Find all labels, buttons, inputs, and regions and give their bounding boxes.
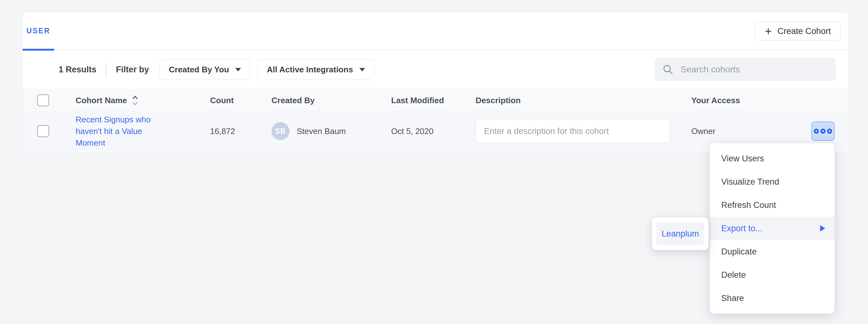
- created-by-name: Steven Baum: [297, 127, 346, 136]
- more-options-icon: [820, 129, 826, 134]
- menu-item-share[interactable]: Share: [710, 287, 835, 310]
- divider: [106, 62, 106, 77]
- created-by-dropdown[interactable]: Created By You: [160, 59, 250, 80]
- cohort-name-link[interactable]: Recent Signups who haven't hit a Value M…: [75, 114, 151, 149]
- description-input[interactable]: [475, 119, 670, 143]
- cohort-count: 16,872: [210, 127, 235, 136]
- column-header-created-by: Created By: [272, 96, 315, 105]
- tab-user[interactable]: USER: [23, 12, 54, 49]
- integrations-dropdown-label: All Active Integrations: [267, 65, 353, 75]
- results-count: 1 Results: [59, 65, 96, 75]
- tab-bar: USER + Create Cohort: [23, 12, 848, 50]
- filter-bar: 1 Results Filter by Created By You All A…: [23, 50, 848, 89]
- menu-item-refresh-count[interactable]: Refresh Count: [710, 193, 835, 217]
- select-all-checkbox[interactable]: [37, 94, 49, 106]
- sort-icon[interactable]: [131, 94, 139, 106]
- search-icon: [662, 64, 674, 75]
- cohorts-card: USER + Create Cohort 1 Results Filter by…: [22, 12, 848, 152]
- menu-item-export-to[interactable]: Export to...: [710, 217, 835, 240]
- menu-item-visualize-trend[interactable]: Visualize Trend: [710, 170, 835, 193]
- create-cohort-button[interactable]: + Create Cohort: [755, 22, 841, 41]
- your-access-cell: Owner: [691, 127, 716, 136]
- submenu-item-leanplum[interactable]: Leanplum: [656, 222, 704, 245]
- integrations-dropdown[interactable]: All Active Integrations: [258, 59, 374, 80]
- column-header-last-modified: Last Modified: [391, 96, 444, 105]
- last-modified-cell: Oct 5, 2020: [391, 127, 433, 136]
- create-cohort-label: Create Cohort: [777, 27, 831, 36]
- chevron-down-icon: [359, 68, 365, 71]
- chevron-down-icon: [235, 68, 241, 71]
- filter-by-label: Filter by: [116, 65, 149, 75]
- menu-item-delete[interactable]: Delete: [710, 263, 835, 287]
- created-by-dropdown-label: Created By You: [169, 65, 229, 75]
- row-context-menu: View Users Visualize Trend Refresh Count…: [710, 143, 835, 314]
- plus-icon: +: [765, 25, 772, 37]
- submenu-arrow-icon: [820, 225, 825, 231]
- menu-item-view-users[interactable]: View Users: [710, 147, 835, 170]
- column-header-cohort-name[interactable]: Cohort Name: [75, 94, 139, 106]
- column-header-your-access: Your Access: [691, 96, 740, 105]
- search-box[interactable]: [655, 58, 836, 81]
- more-options-icon: [814, 129, 819, 134]
- avatar: SB: [272, 122, 289, 140]
- search-input[interactable]: [680, 64, 828, 75]
- more-options-button[interactable]: [811, 121, 835, 141]
- created-by-cell: SB Steven Baum: [272, 122, 346, 140]
- table-header: Cohort Name Count Created By Last Modifi…: [23, 89, 848, 112]
- column-header-count: Count: [210, 96, 234, 105]
- export-submenu: Leanplum: [652, 217, 709, 250]
- menu-item-duplicate[interactable]: Duplicate: [710, 240, 835, 263]
- cohorts-page: USER + Create Cohort 1 Results Filter by…: [0, 0, 868, 324]
- column-header-description: Description: [475, 96, 521, 105]
- description-cell: [475, 119, 670, 143]
- more-options-icon: [827, 129, 832, 134]
- row-checkbox[interactable]: [37, 125, 49, 137]
